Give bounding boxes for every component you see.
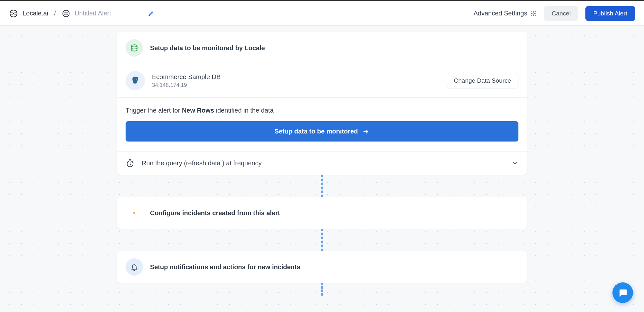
locale-logo-icon [9, 9, 18, 18]
trigger-suffix: identified in the data [214, 107, 274, 114]
step-notifications-card[interactable]: Setup notifications and actions for new … [117, 251, 527, 283]
chat-support-button[interactable] [612, 282, 633, 303]
header-right: Advanced Settings Cancel Publish Alert [473, 6, 635, 21]
arrow-right-icon [362, 128, 369, 135]
chevron-down-icon [511, 160, 518, 167]
svg-point-1 [63, 10, 69, 17]
advanced-settings-link[interactable]: Advanced Settings [473, 10, 537, 17]
emoji-icon[interactable] [62, 9, 70, 18]
breadcrumb-separator: / [54, 10, 56, 17]
datasource-host: 34.148.174.19 [152, 82, 440, 88]
app-header: Locale.ai / Untitled Alert Advanced Sett… [0, 1, 644, 26]
trigger-description: Trigger the alert for New Rows identifie… [126, 107, 518, 114]
step-incidents-title: Configure incidents created from this al… [150, 209, 280, 217]
step-incidents-card[interactable]: Configure incidents created from this al… [117, 197, 527, 229]
bell-icon [126, 258, 143, 276]
step-data-header: Setup data to be monitored by Locale [117, 32, 527, 64]
change-datasource-button[interactable]: Change Data Source [447, 73, 518, 88]
svg-point-6 [134, 79, 135, 80]
incident-icon [126, 204, 143, 222]
svg-point-2 [65, 13, 65, 13]
gear-icon [530, 10, 537, 17]
cancel-button[interactable]: Cancel [544, 6, 578, 21]
connector-line [321, 175, 323, 197]
connector-line [321, 283, 323, 296]
svg-point-7 [136, 79, 137, 80]
setup-data-button[interactable]: Setup data to be monitored [126, 121, 518, 142]
svg-point-9 [133, 212, 135, 214]
step-data-title: Setup data to be monitored by Locale [150, 44, 265, 52]
workflow-canvas: Setup data to be monitored by Locale Eco… [0, 26, 644, 312]
datasource-row: Ecommerce Sample DB 34.148.174.19 Change… [117, 64, 527, 97]
step-data-card: Setup data to be monitored by Locale Eco… [117, 32, 527, 175]
brand-name[interactable]: Locale.ai [23, 10, 48, 17]
svg-point-4 [533, 13, 535, 14]
svg-point-3 [67, 13, 67, 13]
chat-icon [618, 288, 628, 298]
header-left: Locale.ai / Untitled Alert [9, 9, 154, 18]
trigger-mode: New Rows [182, 107, 214, 114]
connector-line [321, 229, 323, 251]
publish-alert-button[interactable]: Publish Alert [585, 6, 635, 21]
edit-icon[interactable] [148, 10, 154, 17]
step-notifications-title: Setup notifications and actions for new … [150, 263, 300, 271]
postgres-icon [126, 71, 145, 90]
frequency-label: Run the query (refresh data ) at frequen… [142, 160, 261, 167]
trigger-prefix: Trigger the alert for [126, 107, 182, 114]
datasource-name: Ecommerce Sample DB [152, 73, 440, 81]
advanced-settings-label: Advanced Settings [473, 10, 527, 17]
alert-title[interactable]: Untitled Alert [75, 10, 111, 17]
database-icon [126, 39, 143, 57]
stopwatch-icon [126, 159, 135, 168]
svg-point-5 [131, 45, 137, 47]
setup-data-button-label: Setup data to be monitored [275, 128, 358, 135]
frequency-row[interactable]: Run the query (refresh data ) at frequen… [117, 151, 527, 175]
